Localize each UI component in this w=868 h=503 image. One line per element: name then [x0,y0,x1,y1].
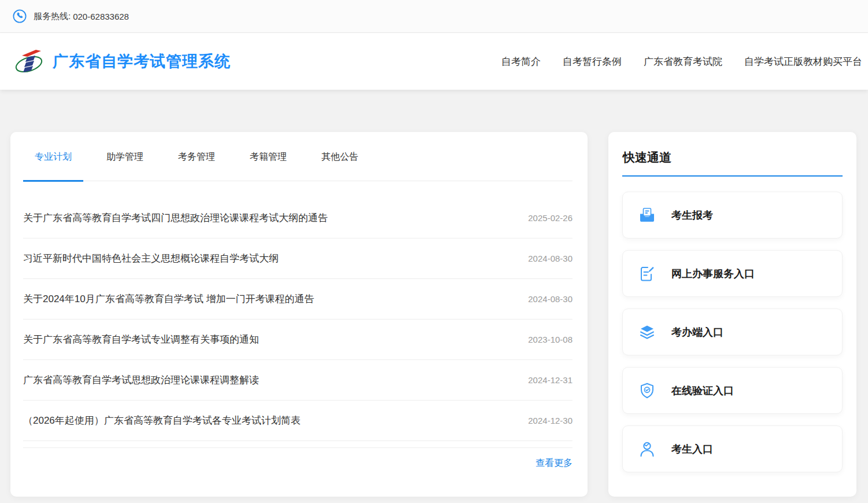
announcement-date: 2024-08-30 [528,294,572,304]
quick-link-label: 考办端入口 [671,325,723,339]
announcement-title[interactable]: 关于广东省高等教育自学考试四门思想政治理论课课程考试大纲的通告 [23,211,328,225]
topbar: 服务热线: 020-62833628 [0,0,868,33]
announcement-title[interactable]: 广东省高等教育自学考试思想政治理论课课程调整解读 [23,373,259,387]
tab-exam-affairs[interactable]: 考务管理 [167,149,227,181]
list-trailing-divider [23,441,572,448]
announcement-row[interactable]: （2026年起使用）广东省高等教育自学考试各专业考试计划简表 2024-12-3… [23,401,572,441]
quick-link-candidate-registration[interactable]: 考生报考 [622,192,843,238]
announcement-title[interactable]: 关于广东省高等教育自学考试专业调整有关事项的通知 [23,333,259,346]
announcement-title[interactable]: （2026年起使用）广东省高等教育自学考试各专业考试计划简表 [23,414,301,427]
phone-icon [13,9,27,23]
tab-major-plan[interactable]: 专业计划 [23,149,83,181]
hotline-label: 服务热线: [34,11,71,22]
announcement-row[interactable]: 关于广东省高等教育自学考试四门思想政治理论课课程考试大纲的通告 2025-02-… [23,198,572,238]
quick-link-exam-office-portal[interactable]: 考办端入口 [622,309,843,355]
content-area: 专业计划 助学管理 考务管理 考籍管理 其他公告 关于广东省高等教育自学考试四门… [0,132,868,497]
announcement-list: 关于广东省高等教育自学考试四门思想政治理论课课程考试大纲的通告 2025-02-… [23,181,572,441]
quick-link-label: 网上办事服务入口 [671,267,755,281]
announcement-date: 2024-12-31 [528,375,572,385]
view-more-link[interactable]: 查看更多 [535,458,572,468]
announcements-card: 专业计划 助学管理 考务管理 考籍管理 其他公告 关于广东省高等教育自学考试四门… [10,132,588,497]
announcement-date: 2024-12-30 [528,416,572,425]
nav-link-self-exam-intro[interactable]: 自考简介 [501,55,541,68]
announcement-title[interactable]: 习近平新时代中国特色社会主义思想概论课程自学考试大纲 [23,252,279,265]
announcement-row[interactable]: 关于2024年10月广东省高等教育自学考试 增加一门开考课程的通告 2024-0… [23,279,572,320]
quick-link-label: 在线验证入口 [671,384,734,398]
announcement-date: 2025-02-26 [528,213,572,223]
announcement-tabs: 专业计划 助学管理 考务管理 考籍管理 其他公告 [23,132,572,181]
tab-study-support[interactable]: 助学管理 [95,149,155,181]
form-edit-icon [638,265,656,282]
tab-exam-records[interactable]: 考籍管理 [238,149,298,181]
site-logo-icon [14,46,43,77]
quick-link-online-verification[interactable]: 在线验证入口 [622,367,843,414]
announcement-row[interactable]: 习近平新时代中国特色社会主义思想概论课程自学考试大纲 2024-08-30 [23,238,572,279]
quick-channel-card: 快速通道 考生报考 [608,132,856,497]
quick-link-candidate-portal[interactable]: 考生入口 [622,425,843,472]
hotline-number: 020-62833628 [73,12,129,21]
tab-other-notices[interactable]: 其他公告 [310,149,370,181]
shield-check-icon [638,382,656,399]
quick-link-label: 考生报考 [671,208,713,222]
quick-channel-title: 快速通道 [622,149,843,166]
quick-link-online-services[interactable]: 网上办事服务入口 [622,250,843,297]
nav-link-interim-regulations[interactable]: 自考暂行条例 [563,55,622,68]
layers-icon [638,324,656,341]
site-header: 广东省自学考试管理系统 自考简介 自考暂行条例 广东省教育考试院 自学考试正版教… [0,33,868,90]
nav-link-gd-education-exam-institute[interactable]: 广东省教育考试院 [644,55,722,68]
user-icon [638,440,656,458]
more-row: 查看更多 [23,448,572,469]
announcement-title[interactable]: 关于2024年10月广东省高等教育自学考试 增加一门开考课程的通告 [23,292,314,306]
announcement-row[interactable]: 关于广东省高等教育自学考试专业调整有关事项的通知 2023-10-08 [23,320,572,360]
quick-link-label: 考生入口 [671,442,713,456]
quick-channel-items: 考生报考 网上办事服务入口 [622,177,843,472]
header-nav: 自考简介 自考暂行条例 广东省教育考试院 自学考试正版教材购买平台 [501,55,862,68]
site-title: 广东省自学考试管理系统 [53,51,231,72]
announcement-date: 2024-08-30 [528,254,572,263]
announcement-date: 2023-10-08 [528,335,572,344]
inbox-icon [638,207,656,224]
nav-link-textbook-purchase-platform[interactable]: 自学考试正版教材购买平台 [744,55,862,68]
announcement-row[interactable]: 广东省高等教育自学考试思想政治理论课课程调整解读 2024-12-31 [23,360,572,401]
